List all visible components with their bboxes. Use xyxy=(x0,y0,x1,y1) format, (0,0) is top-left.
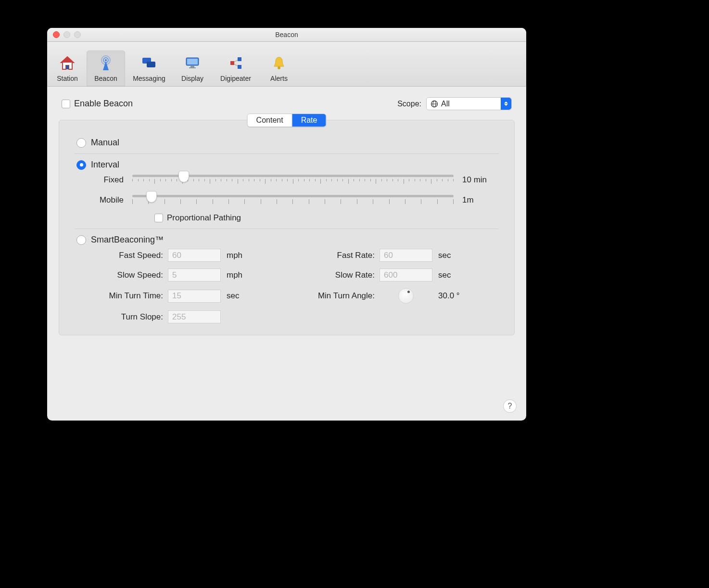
toolbar-label: Beacon xyxy=(87,75,125,82)
scope-popup[interactable]: All xyxy=(426,97,512,110)
fast-rate-unit: sec xyxy=(432,251,466,260)
slow-speed-unit: mph xyxy=(221,270,250,280)
min-turn-time-unit: sec xyxy=(221,291,250,301)
zoom-window-button[interactable] xyxy=(74,31,81,38)
scope-label: Scope: xyxy=(397,100,421,108)
preferences-toolbar: Station Beacon Messaging Display Digipea… xyxy=(47,42,526,87)
antenna-icon xyxy=(87,53,125,73)
slow-rate-unit: sec xyxy=(432,270,466,280)
enable-beacon-label: Enable Beacon xyxy=(74,99,133,109)
fast-speed-input[interactable] xyxy=(168,249,221,262)
globe-icon xyxy=(430,100,438,108)
preferences-window: Beacon Station Beacon Messaging Display xyxy=(47,28,526,421)
minimize-window-button[interactable] xyxy=(63,31,70,38)
min-turn-angle-label: Min Turn Angle: xyxy=(307,291,380,301)
fixed-slider[interactable] xyxy=(132,170,454,190)
toolbar-item-digipeater[interactable]: Digipeater xyxy=(212,51,260,86)
min-turn-time-input[interactable] xyxy=(168,290,221,303)
toolbar-label: Display xyxy=(173,75,212,82)
svg-rect-10 xyxy=(190,66,194,67)
toolbar-item-alerts[interactable]: Alerts xyxy=(260,51,298,86)
slow-speed-input[interactable] xyxy=(168,268,221,281)
fast-rate-label: Fast Rate: xyxy=(307,251,380,260)
svg-rect-7 xyxy=(147,62,155,67)
svg-rect-16 xyxy=(238,65,241,69)
svg-point-5 xyxy=(105,59,107,61)
scope-value: All xyxy=(441,100,450,108)
mode-interval-radio[interactable]: Interval xyxy=(76,160,497,170)
house-icon xyxy=(48,53,87,73)
mobile-label: Mobile xyxy=(98,195,124,205)
mobile-value: 1m xyxy=(462,195,493,205)
separator xyxy=(75,153,499,154)
svg-rect-2 xyxy=(66,65,69,69)
svg-marker-1 xyxy=(61,57,74,63)
seg-rate[interactable]: Rate xyxy=(292,114,326,127)
traffic-lights xyxy=(47,31,81,38)
svg-point-17 xyxy=(278,66,280,69)
svg-rect-9 xyxy=(187,59,198,64)
smartbeaconing-grid: Fast Speed: mph Fast Rate: sec Slow Spee… xyxy=(76,245,497,323)
checkbox-box xyxy=(154,214,163,222)
svg-rect-14 xyxy=(230,61,234,65)
mode-interval-label: Interval xyxy=(91,160,119,170)
help-button[interactable]: ? xyxy=(503,399,517,413)
share-icon xyxy=(212,53,260,73)
toolbar-item-beacon[interactable]: Beacon xyxy=(87,51,125,86)
toolbar-item-display[interactable]: Display xyxy=(173,51,212,86)
svg-rect-11 xyxy=(189,67,196,68)
min-turn-angle-dial[interactable] xyxy=(398,288,414,304)
mode-smartbeaconing-label: SmartBeaconing™ xyxy=(91,235,164,245)
chat-icon xyxy=(125,53,173,73)
seg-content[interactable]: Content xyxy=(248,114,292,127)
toolbar-item-messaging[interactable]: Messaging xyxy=(125,51,173,86)
slow-rate-input[interactable] xyxy=(380,268,432,281)
slow-rate-label: Slow Rate: xyxy=(307,270,380,280)
toolbar-item-station[interactable]: Station xyxy=(48,51,87,86)
fast-speed-label: Fast Speed: xyxy=(86,251,168,260)
monitor-icon xyxy=(173,53,212,73)
fast-rate-input[interactable] xyxy=(380,249,432,262)
content-rate-segmented: Content Rate xyxy=(247,114,327,127)
mobile-slider[interactable] xyxy=(132,190,454,210)
radio-icon xyxy=(76,235,86,245)
svg-rect-15 xyxy=(238,57,241,61)
window-title: Beacon xyxy=(47,31,526,38)
toolbar-label: Digipeater xyxy=(212,75,260,82)
min-turn-angle-value: 30.0 ° xyxy=(432,291,466,301)
titlebar: Beacon xyxy=(47,28,526,42)
scope-row: Scope: All xyxy=(397,97,512,110)
close-window-button[interactable] xyxy=(53,31,60,38)
slow-speed-label: Slow Speed: xyxy=(86,270,168,280)
question-mark-icon: ? xyxy=(508,402,512,410)
proportional-pathing-label: Proportional Pathing xyxy=(167,213,241,223)
turn-slope-label: Turn Slope: xyxy=(86,312,168,322)
rate-group: Manual Interval Fixed 10 min xyxy=(59,120,515,335)
fast-speed-unit: mph xyxy=(221,251,250,260)
content-area: Enable Beacon Scope: All Content Rate Ma… xyxy=(47,87,526,421)
fixed-value: 10 min xyxy=(462,175,493,185)
bell-icon xyxy=(260,53,298,73)
toolbar-label: Station xyxy=(48,75,87,82)
radio-selected-icon xyxy=(76,160,86,170)
mode-manual-radio[interactable]: Manual xyxy=(76,138,497,148)
fixed-label: Fixed xyxy=(98,175,124,185)
checkbox-box xyxy=(62,100,70,108)
separator xyxy=(75,229,499,229)
mode-manual-label: Manual xyxy=(91,138,119,148)
proportional-pathing-checkbox[interactable]: Proportional Pathing xyxy=(98,213,493,223)
enable-beacon-checkbox[interactable]: Enable Beacon xyxy=(62,99,133,109)
radio-icon xyxy=(76,138,86,148)
toolbar-label: Messaging xyxy=(125,75,173,82)
mode-smartbeaconing-radio[interactable]: SmartBeaconing™ xyxy=(76,235,497,245)
popup-arrows-icon xyxy=(501,98,511,110)
interval-sliders: Fixed 10 min Mobile 1m xyxy=(76,170,497,223)
toolbar-label: Alerts xyxy=(260,75,298,82)
min-turn-time-label: Min Turn Time: xyxy=(86,291,168,301)
turn-slope-input[interactable] xyxy=(168,310,221,323)
